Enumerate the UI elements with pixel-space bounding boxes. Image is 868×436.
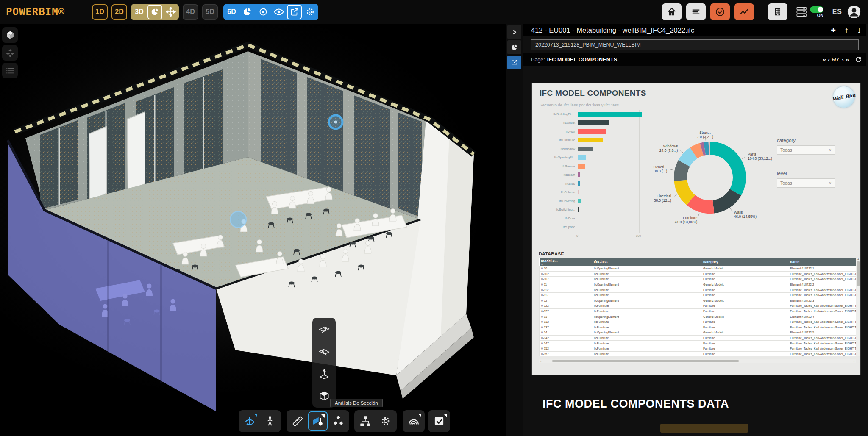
move-icon[interactable] [163, 5, 178, 19]
scroll-left-icon[interactable]: ‹ [539, 359, 543, 363]
first-page-button[interactable]: « [823, 56, 825, 63]
table-row[interactable]: 0-102IfcFurnitureFurnitureFurniture_Tabl… [540, 271, 857, 277]
arrow-up-icon[interactable]: ↑ [844, 25, 849, 35]
menu-lines-button[interactable] [686, 3, 706, 20]
checklist-button[interactable] [429, 411, 449, 431]
check-circle-button[interactable] [710, 3, 730, 20]
pie-chart-icon[interactable] [147, 5, 162, 19]
mode-4d-button[interactable]: 4D [183, 4, 198, 20]
table-row[interactable]: 0-142IfcFurnitureFurnitureFurniture_Tabl… [540, 335, 857, 341]
3d-model-viewport[interactable] [0, 24, 506, 436]
external-link-icon[interactable] [287, 5, 302, 19]
table-row[interactable]: 0-11IfcOpeningElementGeneric ModelsEleme… [540, 282, 857, 287]
bar[interactable] [578, 207, 579, 212]
table-row[interactable]: 0-12IfcOpeningElementGeneric ModelsEleme… [540, 298, 857, 303]
table-row[interactable]: 0-122IfcFurnitureFurnitureFurniture_Tabl… [540, 303, 857, 309]
top-toolbar: POWERBIM® 1D 2D 3D 4D 5D 6D [0, 0, 868, 25]
bar-category-label: IfcBeam [536, 173, 578, 177]
section-plane-x-button[interactable] [312, 318, 336, 340]
table-row[interactable]: 0-127IfcFurnitureFurnitureFurniture_Tabl… [540, 308, 857, 314]
category-donut-chart: Parts104.0 (33,12...)Walls46.0 (14,65%)F… [629, 107, 776, 249]
walk-mode-button[interactable] [260, 411, 280, 431]
table-row[interactable]: 0-117IfcFurnitureFurnitureFurniture_Tabl… [540, 292, 857, 298]
settings-burst-icon[interactable] [303, 5, 317, 19]
last-page-button[interactable]: » [846, 56, 848, 63]
table-vertical-scrollbar[interactable]: ▲ [856, 258, 860, 356]
bar[interactable] [578, 129, 606, 134]
report-selector[interactable]: 20220713_215128_PBIM_MENU_WELLBIM [531, 39, 859, 50]
eye-icon[interactable] [271, 5, 286, 19]
table-row[interactable]: 0-137IfcFurnitureFurnitureFurniture_Tabl… [540, 325, 857, 330]
bar[interactable] [578, 216, 578, 221]
table-row[interactable]: 0-132IfcFurnitureFurnitureFurniture_Tabl… [540, 319, 857, 325]
trend-chart-button[interactable] [734, 3, 754, 20]
arrow-down-icon[interactable]: ↓ [857, 25, 861, 35]
refresh-icon[interactable] [855, 56, 862, 63]
table-row[interactable]: 0-147IfcFurnitureFurnitureFurniture_Tabl… [540, 341, 857, 346]
hierarchy-tree-button[interactable] [356, 411, 375, 431]
bar[interactable] [578, 155, 586, 160]
models-group-button[interactable] [2, 45, 18, 61]
section-plane-z-button[interactable] [312, 363, 336, 385]
bar[interactable] [578, 147, 593, 151]
bar[interactable] [578, 225, 578, 229]
sensor-marker[interactable] [230, 211, 246, 228]
add-icon[interactable]: + [831, 25, 836, 35]
mode-6d-button[interactable]: 6D [224, 5, 239, 19]
bar[interactable] [578, 190, 579, 194]
bar[interactable] [578, 120, 609, 125]
table-column-header[interactable]: category [701, 258, 788, 266]
table-column-header[interactable]: name [788, 258, 857, 266]
orbit-button[interactable] [240, 411, 259, 431]
mode-2d-button[interactable]: 2D [111, 4, 127, 20]
bar[interactable] [578, 172, 580, 177]
table-column-header[interactable]: model-e...▲ [540, 258, 592, 266]
layers-list-button[interactable] [2, 63, 18, 78]
table-row[interactable]: 0-157IfcFurnitureFurnitureFurniture_Tabl… [540, 351, 857, 356]
table-row[interactable]: 0-152IfcFurnitureFurnitureFurniture_Tabl… [540, 346, 857, 351]
section-analysis-button[interactable] [308, 411, 328, 431]
table-row[interactable]: 0-10IfcOpeningElementGeneric ModelsEleme… [540, 266, 857, 272]
measure-ruler-button[interactable] [288, 411, 307, 431]
table-column-header[interactable]: IfcClass [592, 258, 701, 266]
settings-gear-button[interactable] [376, 411, 395, 431]
category-filter-dropdown[interactable]: Todas∨ [777, 145, 835, 155]
sensor-marker[interactable] [329, 115, 342, 129]
table-row[interactable]: 0-14IfcOpeningElementGeneric ModelsEleme… [540, 330, 857, 336]
bar[interactable] [578, 181, 580, 186]
external-report-tab[interactable] [507, 56, 521, 69]
table-row[interactable]: 0-13IfcOpeningElementGeneric ModelsEleme… [540, 314, 857, 319]
donut-segment[interactable] [710, 142, 746, 196]
mode-3d-button[interactable]: 3D [132, 5, 147, 19]
scroll-right-icon[interactable]: › [852, 359, 856, 363]
mode-1d-button[interactable]: 1D [92, 4, 108, 20]
bar[interactable] [578, 164, 585, 169]
model-cube-button[interactable] [2, 27, 18, 43]
collapse-panel-button[interactable] [507, 25, 521, 39]
building-button[interactable] [768, 3, 787, 20]
target-icon[interactable] [256, 5, 270, 19]
bar[interactable] [578, 199, 581, 203]
powerbi-report: IFC MODEL COMPONENTS Well Bim Recuento d… [532, 83, 860, 375]
pie-chart-icon[interactable] [240, 5, 255, 19]
user-avatar[interactable] [847, 5, 861, 19]
pie-chart-tab[interactable] [507, 40, 521, 54]
level-filter-dropdown[interactable]: Todas∨ [777, 178, 835, 188]
connection-toggle[interactable] [810, 6, 823, 13]
bar-category-label: IfcOutlet [536, 121, 578, 125]
next-page-button[interactable]: › [842, 56, 843, 63]
database-label: DATABASE [539, 251, 564, 256]
prev-page-button[interactable]: ‹ [828, 56, 829, 63]
explode-model-button[interactable] [328, 411, 348, 431]
donut-label: Parts104.0 (33,12...) [748, 152, 772, 161]
rainbow-analysis-button[interactable] [404, 411, 423, 431]
bar[interactable] [578, 138, 603, 142]
language-selector[interactable]: ES [832, 8, 842, 16]
home-button[interactable] [662, 3, 682, 20]
section-plane-y-button[interactable] [312, 340, 336, 363]
table-row[interactable]: 0-107IfcFurnitureFurnitureFurniture_Tabl… [540, 277, 857, 282]
table-row[interactable]: 0-112IfcFurnitureFurnitureFurniture_Tabl… [540, 287, 857, 293]
bar-category-label: IfcBuildingEle... [536, 112, 578, 116]
mode-5d-button[interactable]: 5D [202, 4, 218, 20]
table-horizontal-scrollbar[interactable]: ‹ › [539, 359, 856, 363]
